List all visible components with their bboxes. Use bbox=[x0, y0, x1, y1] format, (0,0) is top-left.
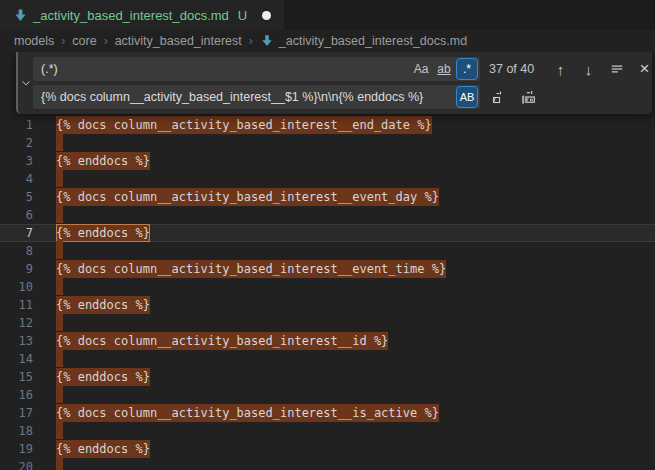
results-count: 37 of 40 bbox=[489, 62, 551, 76]
regex-toggle[interactable]: .* bbox=[457, 59, 477, 79]
code-line[interactable]: 17{% docs column__activity_based_interes… bbox=[0, 404, 655, 422]
previous-match-button[interactable]: ↑ bbox=[551, 60, 570, 79]
line-number[interactable]: 16 bbox=[0, 388, 33, 402]
code-text[interactable] bbox=[56, 241, 63, 262]
breadcrumb-item-file[interactable]: _activity_based_interest_docs.md bbox=[279, 34, 467, 48]
line-number[interactable]: 2 bbox=[0, 136, 33, 150]
preserve-case-toggle[interactable]: AB bbox=[457, 87, 477, 107]
line-number[interactable]: 11 bbox=[0, 298, 33, 312]
replace-row: {% docs column__activity_based_interest_… bbox=[33, 85, 646, 109]
chevron-down-icon bbox=[20, 77, 32, 89]
breadcrumb-item-activity-based-interest[interactable]: activity_based_interest bbox=[115, 34, 242, 48]
find-in-selection-button[interactable] bbox=[607, 60, 626, 79]
code-text[interactable] bbox=[56, 385, 63, 406]
code-text[interactable] bbox=[56, 277, 63, 298]
code-text[interactable]: {% enddocs %} bbox=[56, 224, 150, 242]
selection-lines-icon bbox=[610, 62, 624, 76]
replace-input[interactable]: {% docs column__activity_based_interest_… bbox=[33, 85, 480, 109]
code-line[interactable]: 4 bbox=[0, 170, 655, 188]
line-number[interactable]: 15 bbox=[0, 370, 33, 384]
code-text[interactable]: {% docs column__activity_based_interest_… bbox=[56, 260, 446, 278]
breadcrumb: models › core › activity_based_interest … bbox=[0, 30, 655, 52]
find-match: {% docs column__activity_based_interest_… bbox=[56, 188, 439, 206]
code-line[interactable]: 20 bbox=[0, 458, 655, 470]
close-icon: × bbox=[640, 59, 650, 79]
breadcrumb-item-models[interactable]: models bbox=[14, 34, 54, 48]
code-line[interactable]: 8 bbox=[0, 242, 655, 260]
find-match bbox=[56, 349, 63, 367]
code-line[interactable]: 18 bbox=[0, 422, 655, 440]
code-line[interactable]: 10 bbox=[0, 278, 655, 296]
code-line[interactable]: 12 bbox=[0, 314, 655, 332]
code-line[interactable]: 11{% enddocs %} bbox=[0, 296, 655, 314]
arrow-down-icon: ↓ bbox=[585, 61, 593, 78]
breadcrumb-separator: › bbox=[61, 34, 65, 48]
find-match bbox=[56, 313, 63, 331]
line-number[interactable]: 19 bbox=[0, 442, 33, 456]
line-number[interactable]: 13 bbox=[0, 334, 33, 348]
find-input[interactable]: (.*) Aa ab .* bbox=[33, 57, 480, 81]
line-number[interactable]: 4 bbox=[0, 172, 33, 186]
code-text[interactable] bbox=[56, 421, 63, 442]
code-line[interactable]: 1{% docs column__activity_based_interest… bbox=[0, 116, 655, 134]
line-number[interactable]: 20 bbox=[0, 460, 33, 470]
find-match: {% enddocs %} bbox=[56, 152, 150, 170]
code-line[interactable]: 16 bbox=[0, 386, 655, 404]
code-text[interactable] bbox=[56, 349, 63, 370]
code-text[interactable]: {% docs column__activity_based_interest_… bbox=[56, 116, 432, 134]
code-text[interactable] bbox=[56, 205, 63, 226]
line-number[interactable]: 5 bbox=[0, 190, 33, 204]
line-number[interactable]: 17 bbox=[0, 406, 33, 420]
git-status-badge: U bbox=[238, 8, 247, 23]
line-number[interactable]: 10 bbox=[0, 280, 33, 294]
code-line[interactable]: 3{% enddocs %} bbox=[0, 152, 655, 170]
line-number[interactable]: 7 bbox=[0, 226, 33, 240]
code-text[interactable]: {% enddocs %} bbox=[56, 368, 150, 386]
code-line[interactable]: 15{% enddocs %} bbox=[0, 368, 655, 386]
toggle-replace-button[interactable] bbox=[19, 74, 32, 92]
code-line[interactable]: 7{% enddocs %} bbox=[0, 224, 655, 242]
code-line[interactable]: 13{% docs column__activity_based_interes… bbox=[0, 332, 655, 350]
code-text[interactable] bbox=[56, 457, 63, 470]
file-type-down-arrow-icon bbox=[260, 34, 274, 48]
line-number[interactable]: 9 bbox=[0, 262, 33, 276]
whole-word-toggle[interactable]: ab bbox=[434, 59, 454, 79]
find-row: (.*) Aa ab .* 37 of 40 ↑ ↓ × bbox=[33, 57, 646, 81]
code-line[interactable]: 5{% docs column__activity_based_interest… bbox=[0, 188, 655, 206]
next-match-button[interactable]: ↓ bbox=[579, 60, 598, 79]
editor-pane[interactable]: (.*) Aa ab .* 37 of 40 ↑ ↓ × {% docs col… bbox=[0, 52, 655, 470]
code-line[interactable]: 2 bbox=[0, 134, 655, 152]
code-text[interactable]: {% enddocs %} bbox=[56, 152, 150, 170]
line-number[interactable]: 14 bbox=[0, 352, 33, 366]
line-number[interactable]: 8 bbox=[0, 244, 33, 258]
code-line[interactable]: 9{% docs column__activity_based_interest… bbox=[0, 260, 655, 278]
replace-all-button[interactable] bbox=[519, 88, 538, 107]
replace-button[interactable] bbox=[489, 88, 508, 107]
code-text[interactable]: {% enddocs %} bbox=[56, 296, 150, 314]
line-number[interactable]: 12 bbox=[0, 316, 33, 330]
editor-tab[interactable]: _activity_based_interest_docs.md U bbox=[0, 0, 284, 30]
code-line[interactable]: 6 bbox=[0, 206, 655, 224]
current-find-match: {% enddocs %} bbox=[56, 224, 150, 242]
code-text[interactable]: {% docs column__activity_based_interest_… bbox=[56, 404, 439, 422]
file-type-down-arrow-icon bbox=[13, 8, 28, 23]
tab-bar: _activity_based_interest_docs.md U bbox=[0, 0, 655, 30]
code-text[interactable] bbox=[56, 133, 63, 154]
line-number[interactable]: 6 bbox=[0, 208, 33, 222]
line-number[interactable]: 3 bbox=[0, 154, 33, 168]
replace-all-icon bbox=[520, 89, 537, 106]
match-case-toggle[interactable]: Aa bbox=[411, 59, 431, 79]
breadcrumb-item-core[interactable]: core bbox=[72, 34, 96, 48]
code-text[interactable]: {% enddocs %} bbox=[56, 440, 150, 458]
code-text[interactable]: {% docs column__activity_based_interest_… bbox=[56, 188, 439, 206]
unsaved-changes-dot[interactable] bbox=[262, 11, 271, 20]
find-match: {% docs column__activity_based_interest_… bbox=[56, 116, 432, 134]
line-number[interactable]: 1 bbox=[0, 118, 33, 132]
code-text[interactable] bbox=[56, 169, 63, 190]
code-line[interactable]: 19{% enddocs %} bbox=[0, 440, 655, 458]
code-text[interactable] bbox=[56, 313, 63, 334]
code-line[interactable]: 14 bbox=[0, 350, 655, 368]
line-number[interactable]: 18 bbox=[0, 424, 33, 438]
code-text[interactable]: {% docs column__activity_based_interest_… bbox=[56, 332, 388, 350]
close-find-button[interactable]: × bbox=[635, 60, 654, 79]
